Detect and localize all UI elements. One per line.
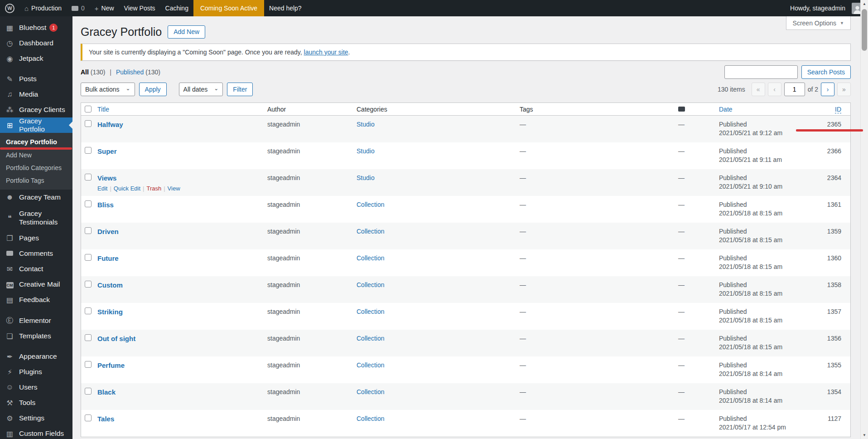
sidebar-item-bluehost[interactable]: ▦ Bluehost 1: [0, 20, 72, 35]
row-action-view[interactable]: View: [168, 185, 180, 192]
filter-button[interactable]: Filter: [227, 83, 253, 96]
launch-your-site-link[interactable]: launch your site: [304, 49, 348, 56]
select-all-checkbox[interactable]: [85, 106, 92, 112]
post-author[interactable]: stageadmin: [267, 307, 357, 330]
post-title-link[interactable]: Bliss: [97, 201, 114, 209]
post-author[interactable]: stageadmin: [267, 361, 357, 383]
row-checkbox[interactable]: [85, 334, 92, 341]
next-page-button[interactable]: ›: [821, 83, 834, 96]
sidebar-item-comments[interactable]: Comments: [0, 246, 72, 261]
coming-soon-active-button[interactable]: Coming Soon Active: [193, 0, 264, 16]
sidebar-item-appearance[interactable]: ✒ Appearance: [0, 349, 72, 364]
submenu-item-portfolio-categories[interactable]: Portfolio Categories: [0, 161, 72, 174]
post-category-link[interactable]: Collection: [357, 415, 520, 437]
post-category-link[interactable]: Collection: [357, 361, 520, 383]
row-checkbox[interactable]: [85, 388, 92, 395]
sidebar-item-media[interactable]: ♫ Media: [0, 87, 72, 102]
post-category-link[interactable]: Collection: [357, 254, 520, 276]
row-action-edit[interactable]: Edit: [97, 185, 107, 192]
submenu-item-add-new[interactable]: Add New: [0, 149, 72, 161]
filter-published[interactable]: Published: [116, 68, 144, 76]
sidebar-item-users[interactable]: ☺ Users: [0, 380, 72, 395]
post-category-link[interactable]: Studio: [357, 174, 520, 196]
row-checkbox[interactable]: [85, 361, 92, 368]
post-category-link[interactable]: Collection: [357, 388, 520, 410]
sort-date-header[interactable]: Date: [719, 106, 733, 113]
post-category-link[interactable]: Collection: [357, 281, 520, 303]
post-title-link[interactable]: Driven: [97, 228, 119, 235]
wordpress-menu[interactable]: W: [0, 0, 19, 16]
sidebar-item-templates[interactable]: ❏ Templates: [0, 328, 72, 344]
sidebar-item-feedback[interactable]: ▤ Feedback: [0, 292, 72, 307]
sidebar-item-gracey-testimonials[interactable]: ❝ Gracey Testimonials: [0, 205, 72, 230]
sidebar-item-custom-fields[interactable]: ▥ Custom Fields: [0, 426, 72, 439]
submenu-item-portfolio-tags[interactable]: Portfolio Tags: [0, 174, 72, 187]
scroll-down-icon[interactable]: ▼: [861, 431, 868, 439]
sidebar-item-creative-mail[interactable]: CM Creative Mail: [0, 277, 72, 292]
adminbar-caching[interactable]: Caching: [160, 0, 193, 16]
row-checkbox[interactable]: [85, 281, 92, 288]
adminbar-view-posts[interactable]: View Posts: [119, 0, 160, 16]
search-input[interactable]: [724, 65, 798, 79]
search-posts-button[interactable]: Search Posts: [801, 65, 851, 79]
sidebar-item-dashboard[interactable]: ◷ Dashboard: [0, 35, 72, 51]
sort-title-header[interactable]: Title: [97, 106, 109, 113]
sort-id-header[interactable]: ID: [835, 106, 841, 113]
current-page-input[interactable]: [784, 83, 805, 96]
vertical-scrollbar[interactable]: ▲ ▼: [860, 0, 868, 439]
site-name-menu[interactable]: ⌂ Production: [19, 0, 67, 16]
scrollbar-thumb[interactable]: [862, 9, 867, 51]
submenu-item-gracey-portfolio[interactable]: Gracey Portfolio: [0, 135, 72, 149]
post-title-link[interactable]: Future: [97, 254, 119, 262]
add-new-button[interactable]: Add New: [168, 25, 205, 39]
post-author[interactable]: stageadmin: [267, 334, 357, 356]
adminbar-new[interactable]: + New: [90, 0, 119, 16]
bulk-actions-select[interactable]: Bulk actions ⌄: [81, 83, 135, 96]
row-checkbox[interactable]: [85, 200, 92, 207]
post-title-link[interactable]: Super: [97, 147, 117, 155]
post-title-link[interactable]: Out of sight: [97, 335, 135, 342]
adminbar-comments[interactable]: 0: [67, 0, 90, 16]
post-author[interactable]: stageadmin: [267, 254, 357, 276]
row-checkbox[interactable]: [85, 147, 92, 154]
row-checkbox[interactable]: [85, 174, 92, 180]
sidebar-item-settings[interactable]: ⚙ Settings: [0, 410, 72, 426]
post-category-link[interactable]: Collection: [357, 200, 520, 223]
post-title-link[interactable]: Black: [97, 388, 116, 396]
post-title-link[interactable]: Halfway: [97, 121, 123, 128]
row-checkbox[interactable]: [85, 307, 92, 314]
apply-button[interactable]: Apply: [139, 83, 167, 96]
row-checkbox[interactable]: [85, 227, 92, 234]
all-dates-select[interactable]: All dates ⌄: [179, 83, 223, 96]
sidebar-item-posts[interactable]: ✎ Posts: [0, 71, 72, 87]
post-title-link[interactable]: Views: [97, 174, 116, 182]
sidebar-item-gracey-team[interactable]: ☻ Gracey Team: [0, 190, 72, 205]
post-title-link[interactable]: Custom: [97, 281, 123, 289]
adminbar-my-account[interactable]: Howdy, stageadmin: [785, 3, 868, 14]
sidebar-item-contact[interactable]: ✉ Contact: [0, 261, 72, 277]
sidebar-item-gracey-clients[interactable]: ⁂ Gracey Clients: [0, 102, 72, 117]
scroll-up-icon[interactable]: ▲: [861, 0, 868, 8]
sidebar-item-jetpack[interactable]: ◉ Jetpack: [0, 51, 72, 66]
post-title-link[interactable]: Perfume: [97, 361, 125, 369]
post-category-link[interactable]: Collection: [357, 334, 520, 356]
post-author[interactable]: stageadmin: [267, 147, 357, 169]
adminbar-need-help[interactable]: Need help?: [264, 0, 307, 16]
sidebar-item-elementor[interactable]: Ⓔ Elementor: [0, 313, 72, 328]
post-title-link[interactable]: Striking: [97, 308, 123, 316]
row-action-trash[interactable]: Trash: [146, 185, 161, 192]
post-category-link[interactable]: Studio: [357, 120, 520, 142]
row-checkbox[interactable]: [85, 254, 92, 261]
sidebar-item-plugins[interactable]: ⚡ Plugins: [0, 364, 72, 380]
post-author[interactable]: stageadmin: [267, 174, 357, 196]
post-author[interactable]: stageadmin: [267, 415, 357, 437]
row-checkbox[interactable]: [85, 415, 92, 421]
sidebar-item-gracey-portfolio[interactable]: ⊞ Gracey Portfolio: [0, 117, 72, 133]
filter-all[interactable]: All: [81, 68, 89, 76]
post-author[interactable]: stageadmin: [267, 388, 357, 410]
post-category-link[interactable]: Collection: [357, 307, 520, 330]
row-action-quick-edit[interactable]: Quick Edit: [114, 185, 140, 192]
screen-options-button[interactable]: Screen Options ▼: [786, 16, 851, 30]
post-author[interactable]: stageadmin: [267, 120, 357, 142]
post-category-link[interactable]: Studio: [357, 147, 520, 169]
